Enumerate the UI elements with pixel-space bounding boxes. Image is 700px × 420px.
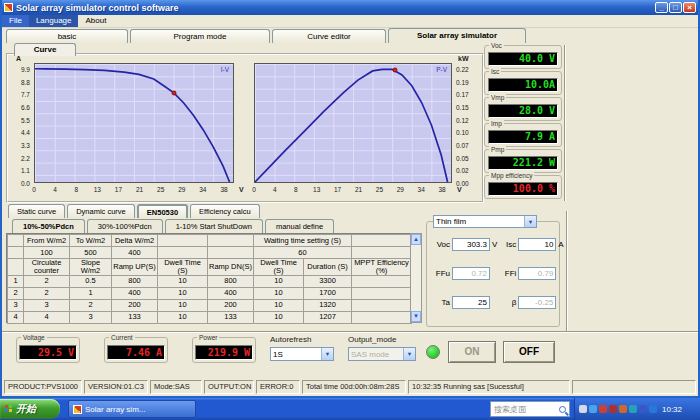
en50530-sub-tab[interactable]: manual define — [265, 219, 334, 233]
minimize-icon[interactable]: _ — [655, 2, 668, 13]
chevron-down-icon[interactable]: ▼ — [524, 216, 536, 227]
table-cell[interactable]: 200 — [112, 299, 158, 311]
on-button[interactable]: ON — [448, 341, 496, 363]
table-cell[interactable] — [352, 287, 412, 299]
start-button[interactable]: 开始 — [0, 399, 60, 419]
table-cell[interactable]: 2 — [8, 287, 24, 299]
table-cell[interactable]: 10 — [158, 299, 208, 311]
table-cell[interactable]: 2 — [24, 275, 70, 287]
table-cell[interactable]: 800 — [208, 275, 254, 287]
param-input[interactable]: 303.3 — [452, 238, 490, 251]
table-cell[interactable] — [352, 311, 412, 323]
chevron-down-icon[interactable]: ▼ — [321, 348, 333, 360]
table-cell[interactable]: 3 — [24, 299, 70, 311]
table-cell[interactable]: 2 — [24, 287, 70, 299]
y-tick-label: 0.12 — [456, 116, 469, 123]
y-tick-label: 0.22 — [456, 66, 469, 73]
tray-icon[interactable] — [639, 405, 647, 413]
table-cell[interactable]: 10 — [158, 311, 208, 323]
live-meters: Voltage29.5 VCurrent7.46 APower219.9 W — [16, 337, 256, 363]
tray-icon[interactable] — [599, 405, 607, 413]
table-cell[interactable]: 400 — [112, 287, 158, 299]
table-cell[interactable]: 1207 — [304, 311, 352, 323]
measurement-value: 10.0A — [488, 78, 558, 92]
measurement-group: Imp7.9 A — [484, 123, 562, 147]
close-icon[interactable]: × — [683, 2, 696, 13]
tab-basic[interactable]: basic — [6, 29, 128, 43]
output-mode-select[interactable]: SAS mode ▼ — [348, 347, 416, 361]
meter-label: Power — [197, 334, 219, 341]
menu-file[interactable]: File — [2, 15, 29, 27]
table-cell[interactable]: 10 — [254, 311, 304, 323]
table-cell[interactable]: 133 — [208, 311, 254, 323]
preset-select[interactable]: Thin film ▼ — [433, 215, 537, 228]
table-cell[interactable]: 10 — [158, 275, 208, 287]
param-input[interactable]: 10 — [518, 238, 556, 251]
table-cell[interactable]: 1320 — [304, 299, 352, 311]
table-header-row: From W/m2To W/m2Delta W/m2Waiting time s… — [8, 235, 412, 247]
table-cell[interactable]: 10 — [254, 299, 304, 311]
off-button[interactable]: OFF — [503, 341, 555, 363]
en50530-sub-tab[interactable]: 10%-50%Pdcn — [12, 219, 85, 233]
table-cell[interactable]: 1 — [8, 275, 24, 287]
param-input[interactable]: 25 — [452, 296, 490, 309]
measurement-label: Imp — [489, 120, 504, 127]
table-cell[interactable]: 800 — [112, 275, 158, 287]
table-cell[interactable]: 3 — [8, 299, 24, 311]
table-cell[interactable]: 1 — [70, 287, 112, 299]
table-cell[interactable]: 400 — [208, 287, 254, 299]
desktop-search-input[interactable]: 搜索桌面 — [490, 401, 570, 417]
measurement-group: Mpp efficiency100.0 % — [484, 175, 562, 199]
meter-group: Power219.9 W — [192, 337, 256, 363]
x-tick-label: 8 — [294, 186, 298, 193]
curve-mode-tab[interactable]: Static curve — [8, 204, 65, 218]
table-cell[interactable]: 10 — [254, 275, 304, 287]
taskbar-task-button[interactable]: Solar array sim... — [68, 400, 196, 418]
table-cell[interactable]: 4 — [8, 311, 24, 323]
table-cell[interactable]: 3 — [70, 311, 112, 323]
table-row: 33220010200101320 — [8, 299, 412, 311]
curve-mode-tab[interactable]: EN50530 — [137, 204, 188, 218]
maximize-icon[interactable]: □ — [669, 2, 682, 13]
tab-solar-array-simulator[interactable]: Solar array simulator — [388, 28, 526, 43]
table-cell[interactable]: 200 — [208, 299, 254, 311]
autorefresh-select[interactable]: 1S ▼ — [270, 347, 334, 361]
table-cell[interactable]: 3300 — [304, 275, 352, 287]
table-cell[interactable]: 10 — [254, 287, 304, 299]
scroll-down-icon[interactable]: ▼ — [411, 311, 421, 322]
tray-icon[interactable] — [579, 405, 587, 413]
tray-icon[interactable] — [629, 405, 637, 413]
table-scrollbar[interactable]: ▲ ▼ — [410, 233, 422, 323]
tray-icon[interactable] — [589, 405, 597, 413]
table-cell[interactable] — [352, 275, 412, 287]
tray-icon[interactable] — [609, 405, 617, 413]
tab-curve[interactable]: Curve — [14, 43, 76, 56]
pv-mpp-marker[interactable] — [393, 67, 398, 72]
en50530-table-wrap: From W/m2To W/m2Delta W/m2Waiting time s… — [6, 233, 410, 323]
status-filler — [572, 380, 696, 394]
parameter-panel: Thin film ▼ Voc303.3VIsc10AFFu0.72FFi0.7… — [426, 221, 560, 327]
table-cell[interactable]: 0.5 — [70, 275, 112, 287]
menu-about[interactable]: About — [78, 15, 113, 27]
status-bar: PRODUCT:PVS1000VERSION:01.C3Mode:SASOUTP… — [2, 378, 698, 396]
table-cell[interactable]: 10 — [158, 287, 208, 299]
table-cell[interactable]: 2 — [70, 299, 112, 311]
table-cell[interactable]: 1700 — [304, 287, 352, 299]
table-cell[interactable]: 4 — [24, 311, 70, 323]
y-tick-label: 0.07 — [456, 142, 469, 149]
autorefresh-value: 1S — [273, 350, 283, 359]
table-cell[interactable]: 133 — [112, 311, 158, 323]
table-cell[interactable] — [352, 299, 412, 311]
en50530-sub-tab[interactable]: 1-10% Start ShutDown — [165, 219, 263, 233]
pv-corner-label: P-V — [436, 66, 447, 73]
menu-language[interactable]: Language — [29, 15, 79, 27]
tray-icon[interactable] — [649, 405, 657, 413]
tab-curve-editor[interactable]: Curve editor — [272, 29, 386, 43]
en50530-sub-tab[interactable]: 30%-100%Pdcn — [87, 219, 163, 233]
search-icon[interactable] — [559, 406, 566, 413]
curve-mode-tab[interactable]: Dynamic curve — [67, 204, 135, 218]
scroll-up-icon[interactable]: ▲ — [411, 234, 421, 245]
curve-mode-tab[interactable]: Efficiency calcu — [190, 204, 260, 218]
tab-program-mode[interactable]: Program mode — [130, 29, 270, 43]
tray-icon[interactable] — [619, 405, 627, 413]
